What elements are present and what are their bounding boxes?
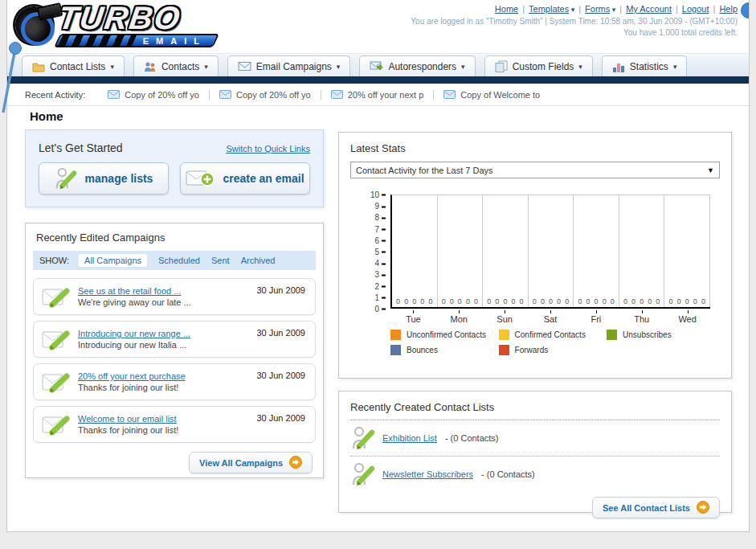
tab-label: Statistics [630, 61, 668, 72]
header-right: Home|Templates ▾|Forms ▾|My Account|Logo… [411, 4, 738, 39]
manage-lists-button[interactable]: manage lists [39, 162, 169, 195]
bar-value-label: 0 [396, 297, 400, 305]
contacts-icon [144, 61, 157, 72]
campaign-card[interactable]: 20% off your next purchaseThanks for joi… [33, 363, 316, 400]
recent-activity-item[interactable]: Copy of Welcome to [434, 90, 550, 100]
campaign-edit-icon [42, 413, 71, 436]
y-axis-tick-label: 10 [370, 191, 386, 199]
legend-item-forwards: Forwards [499, 345, 607, 355]
bar-value-label: 0 [503, 297, 507, 305]
chart-group-sun: 00000 [483, 195, 529, 307]
arrow-circle-icon [697, 501, 709, 515]
create-an-email-button[interactable]: create an email [180, 162, 310, 195]
view-all-campaigns-button[interactable]: View All Campaigns [189, 452, 313, 473]
contact-list-row[interactable]: Exhibition List - (0 Contacts) [350, 420, 720, 457]
bar-value-label: 0 [458, 297, 462, 305]
x-axis-tick-label: Tue [390, 310, 436, 326]
tab-label: Autoresponders [388, 61, 456, 72]
nav-link-templates[interactable]: Templates [529, 4, 569, 14]
manage-lists-icon [55, 167, 77, 190]
nav-link-my-account[interactable]: My Account [626, 4, 672, 14]
tab-contact-lists[interactable]: Contact Lists▾ [22, 55, 125, 76]
campaign-date: 30 Jun 2009 [256, 413, 305, 423]
bar-value-label: 0 [520, 297, 524, 305]
campaign-edit-icon [42, 285, 71, 308]
campaign-card[interactable]: See us at the retail food ...We're givin… [33, 278, 316, 315]
legend-swatch [390, 345, 401, 355]
contact-activity-chart: 109876543210 000000000000000000000000000… [352, 191, 718, 362]
create-an-email-label: create an email [223, 172, 304, 185]
contact-list-link[interactable]: Exhibition List [382, 433, 437, 443]
recent-activity-item[interactable]: 20% off your next p [321, 90, 435, 100]
legend-swatch [607, 330, 617, 340]
legend-item-unconfirmed-contacts: Unconfirmed Contacts [390, 330, 499, 340]
campaign-card[interactable]: Welcome to our email listThanks for join… [33, 406, 316, 443]
nav-link-forms[interactable]: Forms [585, 4, 610, 14]
campaign-filter-archived[interactable]: Archived [241, 256, 276, 265]
contact-list-link[interactable]: Newsletter Subscribers [382, 469, 473, 479]
contact-lists-title: Recently Created Contact Lists [350, 401, 720, 420]
campaign-title-link[interactable]: Welcome to our email list [78, 414, 177, 424]
campaign-card[interactable]: Introducing our new range ...Introducing… [33, 321, 316, 358]
tab-contacts[interactable]: Contacts▾ [133, 55, 219, 76]
bar-value-label: 0 [640, 297, 644, 305]
campaign-card-text: Welcome to our email listThanks for join… [78, 413, 178, 436]
tab-email-campaigns[interactable]: Email Campaigns▾ [227, 55, 351, 76]
tab-statistics[interactable]: Statistics▾ [602, 55, 688, 76]
bar-value-label: 0 [677, 297, 681, 305]
tab-custom-fields[interactable]: Custom Fields▾ [484, 55, 593, 76]
chart-group-fri: 00000 [574, 195, 619, 307]
main-nav-tabbar: Contact Lists▾Contacts▾Email Campaigns▾A… [7, 53, 749, 76]
recent-activity-items: Copy of 20% off yoCopy of 20% off yo20% … [98, 90, 550, 100]
campaign-title-link[interactable]: See us at the retail food ... [78, 286, 181, 296]
nav-link-home[interactable]: Home [495, 4, 518, 14]
x-axis-tick-label: Wed [664, 310, 710, 326]
bar-value-label: 0 [412, 297, 416, 305]
chart-x-axis: TueMonSunSatFriThuWed [390, 310, 710, 326]
campaign-subtitle: Thanks for joining our list! [78, 424, 178, 436]
contact-list-row[interactable]: Newsletter Subscribers - (0 Contacts) [350, 457, 720, 492]
recent-activity-item[interactable]: Copy of 20% off yo [210, 90, 321, 100]
y-axis-tick-label: 4 [374, 259, 386, 268]
contact-list-count: - (0 Contacts) [481, 469, 535, 479]
campaign-cards: See us at the retail food ...We're givin… [33, 278, 316, 443]
x-axis-tick-label: Sat [528, 310, 574, 326]
recent-activity-item-label: 20% off your next p [348, 90, 424, 100]
see-all-contact-lists-button[interactable]: See All Contact Lists [592, 497, 720, 518]
logo-title: TURBO [56, 0, 184, 36]
campaign-filter-sent[interactable]: Sent [211, 256, 230, 265]
y-axis-tick-label: 6 [374, 236, 386, 244]
legend-item-confirmed-contacts: Confirmed Contacts [499, 330, 607, 340]
switch-to-quick-links-link[interactable]: Switch to Quick Links [226, 144, 310, 154]
campaign-title-link[interactable]: 20% off your next purchase [78, 371, 186, 381]
bar-value-label: 0 [685, 297, 689, 305]
nav-link-help[interactable]: Help [719, 4, 738, 14]
recent-activity-item-label: Copy of 20% off yo [236, 90, 311, 100]
chevron-down-icon: ▾ [461, 63, 465, 71]
chart-value-labels: 00000 [529, 297, 574, 305]
activity-envelope-icon [331, 90, 343, 99]
recently-edited-campaigns-panel: Recently Edited Campaigns SHOW: All Camp… [25, 223, 324, 478]
recent-activity-item[interactable]: Copy of 20% off yo [98, 90, 210, 100]
legend-label: Unsubscribes [623, 330, 672, 339]
logo-stripes [58, 35, 137, 46]
stats-period-select[interactable]: Contact Activity for the Last 7 Days ▼ [350, 162, 720, 178]
bar-value-label: 0 [669, 297, 673, 305]
tab-autoresponders[interactable]: Autoresponders▾ [359, 55, 475, 76]
campaign-edit-icon [42, 328, 71, 350]
campaign-filter-all-campaigns[interactable]: All Campaigns [79, 254, 147, 267]
chevron-down-icon: ▾ [204, 63, 208, 71]
person-edit-icon [352, 426, 374, 450]
campaign-filter-scheduled[interactable]: Scheduled [158, 256, 200, 265]
nav-link-logout[interactable]: Logout [682, 4, 709, 14]
chart-value-labels: 00000 [619, 297, 664, 305]
activity-envelope-icon [219, 90, 231, 99]
bar-value-label: 0 [603, 297, 607, 305]
contact-list-count: - (0 Contacts) [445, 433, 499, 443]
get-started-title: Let's Get Started [39, 141, 123, 154]
campaign-title-link[interactable]: Introducing our new range ... [78, 329, 190, 338]
campaign-edit-icon [42, 371, 71, 393]
bar-value-label: 0 [442, 297, 446, 305]
activity-envelope-icon [443, 90, 456, 99]
person-edit-icon [352, 462, 374, 486]
